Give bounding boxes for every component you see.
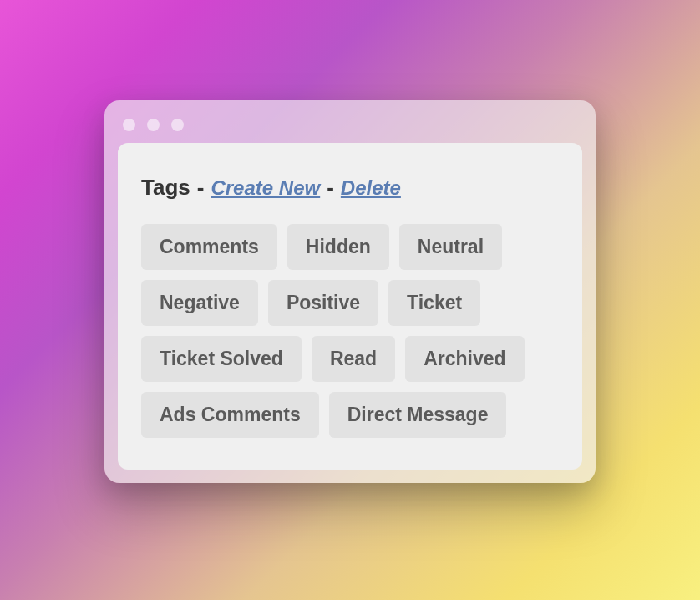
window-close-icon[interactable] bbox=[123, 119, 135, 131]
header-row: Tags - Create New - Delete bbox=[141, 175, 559, 201]
header-separator-1: - bbox=[197, 175, 205, 201]
app-window: Tags - Create New - Delete Comments Hidd… bbox=[104, 100, 596, 483]
window-controls bbox=[118, 114, 582, 143]
header-separator-2: - bbox=[327, 175, 334, 201]
tags-container: Comments Hidden Neutral Negative Positiv… bbox=[141, 224, 559, 438]
tag-positive[interactable]: Positive bbox=[268, 280, 378, 326]
page-title: Tags bbox=[141, 175, 190, 201]
tag-ads-comments[interactable]: Ads Comments bbox=[141, 392, 319, 438]
tag-ticket-solved[interactable]: Ticket Solved bbox=[141, 336, 302, 382]
content-panel: Tags - Create New - Delete Comments Hidd… bbox=[118, 143, 582, 470]
delete-link[interactable]: Delete bbox=[341, 176, 401, 200]
tag-neutral[interactable]: Neutral bbox=[399, 224, 502, 270]
tag-archived[interactable]: Archived bbox=[405, 336, 524, 382]
window-minimize-icon[interactable] bbox=[147, 119, 160, 131]
create-new-link[interactable]: Create New bbox=[211, 176, 320, 200]
tag-hidden[interactable]: Hidden bbox=[287, 224, 389, 270]
tag-comments[interactable]: Comments bbox=[141, 224, 277, 270]
tag-read[interactable]: Read bbox=[312, 336, 395, 382]
tag-direct-message[interactable]: Direct Message bbox=[329, 392, 507, 438]
tag-negative[interactable]: Negative bbox=[141, 280, 258, 326]
window-maximize-icon[interactable] bbox=[171, 119, 184, 131]
tag-ticket[interactable]: Ticket bbox=[388, 280, 480, 326]
